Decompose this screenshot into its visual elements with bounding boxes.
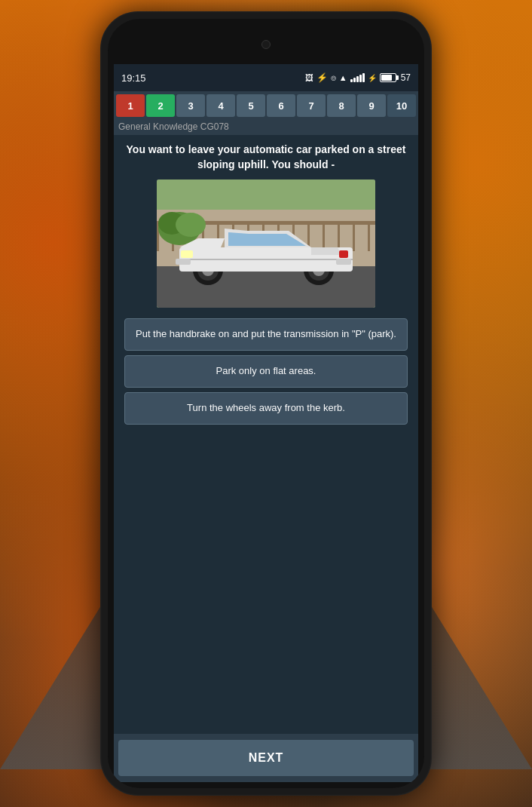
tab-8[interactable]: 8 [327, 94, 356, 117]
question-tabs: 1 2 3 4 5 6 7 [114, 91, 418, 120]
phone-frame: 19:15 🖼 ⚡ ⌾ ▲ ⚡ [100, 11, 432, 796]
tab-5[interactable]: 5 [237, 94, 265, 117]
image-icon: 🖼 [305, 73, 313, 82]
answer-button-1[interactable]: Put the handbrake on and put the transmi… [124, 318, 408, 351]
svg-rect-32 [336, 259, 351, 265]
tab-9[interactable]: 9 [357, 94, 386, 117]
tab-6[interactable]: 6 [267, 94, 295, 117]
car-image [157, 180, 375, 308]
category-label: General Knowledge CG078 [114, 120, 418, 135]
status-bar: 19:15 🖼 ⚡ ⌾ ▲ ⚡ [114, 64, 418, 91]
svg-rect-33 [176, 259, 191, 265]
svg-rect-30 [339, 250, 348, 258]
answer-button-2[interactable]: Park only on flat areas. [124, 355, 408, 388]
svg-rect-17 [368, 221, 370, 251]
front-camera [261, 40, 271, 49]
charging-icon: ⚡ [368, 74, 377, 82]
question-area: You want to leave your automatic car par… [114, 135, 418, 734]
tab-10[interactable]: 10 [387, 94, 416, 117]
battery-icon [380, 73, 396, 82]
car-svg [157, 180, 375, 308]
phone-inner: 19:15 🖼 ⚡ ⌾ ▲ ⚡ [108, 19, 424, 788]
question-text: You want to leave your automatic car par… [124, 143, 408, 172]
battery-level: 57 [401, 72, 411, 83]
tab-3[interactable]: 3 [176, 94, 205, 117]
svg-rect-29 [181, 250, 193, 258]
tab-4[interactable]: 4 [206, 94, 235, 117]
status-icons-group: 🖼 ⚡ ⌾ ▲ ⚡ [305, 72, 411, 83]
wifi-icon: ▲ [339, 73, 347, 82]
usb-icon: ⚡ [316, 72, 328, 83]
signal-bars [350, 73, 365, 82]
svg-rect-18 [157, 266, 375, 308]
time-display: 19:15 [121, 72, 146, 84]
bluetooth-icon: ⌾ [331, 72, 336, 83]
main-content: 1 2 3 4 5 6 7 [114, 91, 418, 782]
answer-button-3[interactable]: Turn the wheels away from the kerb. [124, 392, 408, 425]
next-button[interactable]: NEXT [118, 740, 414, 776]
tab-2[interactable]: 2 [146, 94, 175, 117]
svg-point-21 [176, 213, 206, 237]
svg-rect-16 [353, 221, 355, 251]
svg-rect-15 [338, 221, 340, 251]
tab-1[interactable]: 1 [116, 94, 145, 117]
svg-rect-14 [323, 221, 325, 251]
next-button-area: NEXT [114, 734, 418, 782]
battery-fill [381, 75, 392, 81]
tab-7[interactable]: 7 [297, 94, 326, 117]
